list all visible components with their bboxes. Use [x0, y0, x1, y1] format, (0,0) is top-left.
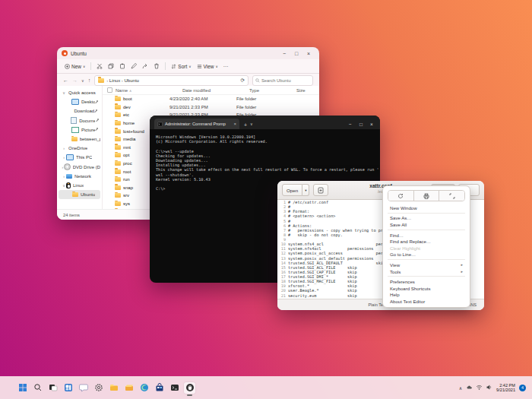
sidebar-item-linux[interactable]: ∨Linux — [59, 181, 100, 190]
open-button[interactable]: Open — [282, 184, 302, 196]
menu-item-preferences[interactable]: Preferences — [383, 278, 470, 285]
tab-dropdown-icon[interactable]: ∨ — [250, 122, 253, 126]
delete-icon[interactable] — [154, 63, 160, 70]
taskbar-clock[interactable]: 2:42 PM 9/21/2021 — [496, 383, 515, 393]
taskbar-icon-start[interactable] — [17, 382, 28, 394]
refresh-icon[interactable]: ⟳ — [241, 78, 245, 84]
menu-item-keyboard-shortcuts[interactable]: Keyboard Shortcuts — [383, 285, 470, 292]
sidebar-item-label: Downloads — [74, 109, 94, 113]
select-all-checkbox[interactable] — [107, 87, 112, 93]
taskbar-icon-store[interactable] — [154, 382, 165, 394]
menu-item-new-window[interactable]: New Window — [383, 204, 470, 211]
new-button[interactable]: New∨ — [65, 64, 85, 69]
sort-button[interactable]: Sort∨ — [171, 64, 191, 69]
sidebar-item-downloads[interactable]: Downloads — [59, 106, 100, 116]
terminal-titlebar[interactable]: Administrator: Command Promp × + ∨ − □ × — [150, 116, 380, 129]
menu-item-save-as-[interactable]: Save As… — [383, 215, 470, 222]
sidebar-item-ubuntu[interactable]: Ubuntu — [59, 190, 100, 199]
menu-item-tools[interactable]: Tools▸ — [383, 268, 470, 275]
file-date: 4/23/2020 2:40 AM — [169, 97, 236, 101]
explorer-titlebar[interactable]: Ubuntu − □ × — [57, 47, 319, 59]
search-input[interactable] — [260, 78, 309, 84]
recent-icon[interactable]: ∨ — [81, 78, 84, 83]
minimize-button[interactable]: − — [278, 51, 290, 56]
share-icon[interactable] — [142, 63, 148, 70]
taskbar-icon-search[interactable] — [32, 382, 43, 394]
copy-icon[interactable] — [108, 63, 114, 70]
network-icon[interactable] — [476, 383, 483, 392]
view-button[interactable]: View∨ — [197, 64, 218, 69]
breadcrumb-item[interactable]: Ubuntu — [125, 78, 139, 83]
menu-item-label: About Text Editor — [390, 299, 425, 304]
menu-item-view[interactable]: View▸ — [383, 261, 470, 268]
table-row[interactable]: dev9/21/2021 2:33 PMFile folder — [103, 103, 319, 112]
folder-icon — [125, 383, 134, 392]
taskbar-icon-widgets[interactable] — [62, 382, 74, 394]
breadcrumb[interactable]: › Linux › Ubuntu ⟳ — [94, 75, 249, 86]
more-button[interactable]: ··· — [223, 64, 229, 69]
sidebar-item-network[interactable]: ›Network — [59, 172, 100, 181]
folder-sm-icon — [115, 145, 121, 150]
back-icon[interactable]: ← — [63, 78, 68, 83]
ubuntu-icon — [185, 383, 195, 392]
sidebar-item-between-pcs[interactable]: between_pcs — [59, 135, 100, 144]
terminal-icon — [170, 383, 179, 392]
taskbar-icon-task-view[interactable] — [47, 382, 59, 394]
onedrive-icon[interactable] — [466, 383, 473, 392]
menu-item-help[interactable]: Help — [383, 292, 470, 299]
menu-item-save-all[interactable]: Save All — [383, 221, 470, 228]
chevron-icon[interactable]: › — [62, 146, 66, 150]
paste-icon[interactable] — [119, 63, 125, 70]
breadcrumb-item[interactable]: Linux — [109, 78, 120, 83]
minimize-button[interactable]: − — [345, 122, 356, 127]
close-button[interactable]: × — [302, 51, 315, 56]
new-tab-button[interactable]: + — [244, 122, 247, 128]
up-icon[interactable]: ↑ — [88, 78, 91, 83]
sidebar-item-documents[interactable]: Documents — [59, 116, 100, 125]
sidebar-item-pictures[interactable]: Pictures — [59, 125, 100, 135]
menu-item-label: Save All — [390, 222, 407, 227]
taskbar-icon-ubuntu[interactable] — [184, 382, 195, 394]
taskbar-icon-folder[interactable] — [123, 382, 135, 394]
menu-item-label: Find and Replace… — [390, 239, 431, 244]
menu-item-find-and-replace-[interactable]: Find and Replace… — [383, 238, 470, 245]
menu-item-about-text-editor[interactable]: About Text Editor — [383, 298, 470, 305]
folder-sm-icon — [115, 97, 121, 101]
maximize-button[interactable]: □ — [290, 51, 302, 56]
folder-icon — [98, 78, 104, 83]
maximize-button[interactable]: □ — [356, 122, 366, 127]
taskbar-icon-file-explorer[interactable] — [108, 382, 119, 394]
forward-icon[interactable]: → — [72, 78, 78, 83]
notification-badge[interactable]: 4 — [519, 385, 526, 391]
folder-sm-icon — [72, 192, 78, 197]
cut-icon[interactable] — [97, 63, 103, 70]
tab-close-icon[interactable]: × — [233, 122, 236, 126]
chevron-icon[interactable]: ∨ — [62, 90, 66, 95]
sidebar-item-onedrive[interactable]: ›OneDrive — [59, 144, 100, 153]
tray-chevron-icon[interactable]: ∧ — [459, 385, 462, 391]
search-box[interactable] — [252, 75, 313, 86]
terminal-tab[interactable]: Administrator: Command Promp × — [154, 119, 239, 129]
volume-icon[interactable] — [486, 383, 492, 392]
menu-item-go-to-line-[interactable]: Go to Line… — [383, 252, 470, 258]
sidebar-item-dvd-drive-d-cccoma-x6[interactable]: ›DVD Drive (D:) CCCOMA_X6 — [59, 163, 100, 172]
print-button[interactable] — [413, 191, 439, 201]
taskbar-icon-chat[interactable] — [78, 382, 89, 394]
start-icon — [18, 383, 27, 392]
new-document-button[interactable] — [313, 184, 328, 196]
menu-item-find-[interactable]: Find… — [383, 232, 470, 239]
fullscreen-button[interactable] — [439, 191, 464, 201]
rename-icon[interactable] — [131, 63, 137, 70]
sidebar-item-label: Pictures — [81, 128, 95, 132]
reload-button[interactable] — [388, 191, 413, 201]
column-headers[interactable]: Name∧ Date modified Type Size — [103, 86, 319, 95]
sidebar-item-quick-access[interactable]: ∨Quick access — [59, 88, 100, 97]
taskbar-icon-edge[interactable] — [138, 382, 150, 394]
taskbar-icon-settings[interactable] — [93, 382, 104, 394]
open-dropdown-icon[interactable]: ▾ — [302, 184, 309, 196]
table-row[interactable]: boot4/23/2020 2:40 AMFile folder — [103, 95, 319, 103]
sidebar-item-desktop[interactable]: Desktop — [59, 97, 100, 106]
taskbar-icon-terminal[interactable] — [169, 382, 180, 394]
close-button[interactable]: × — [366, 122, 377, 127]
sidebar-item-this-pc[interactable]: ›This PC — [59, 153, 100, 162]
